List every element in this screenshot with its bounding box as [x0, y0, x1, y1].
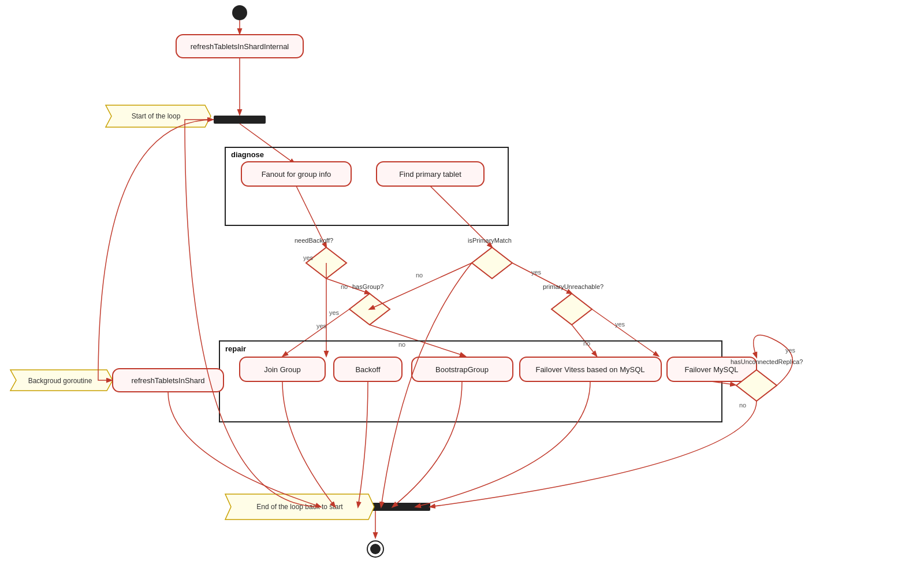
- arrow-hasgroup-yes: [283, 309, 349, 356]
- arrow-backoff-to-endbar: [358, 381, 368, 507]
- diagnose-label: diagnose: [231, 150, 264, 159]
- arrow-primaryunreachable-yes: [592, 309, 658, 356]
- edge-yes-hasunconnected: yes: [785, 347, 796, 354]
- join-group-label: Join Group: [264, 365, 301, 374]
- end-node-inner: [370, 544, 381, 554]
- arrow-joingroup-to-endbar: [282, 381, 335, 507]
- arrow-failovervitess-to-endbar: [416, 381, 590, 507]
- arrow-isprimary-no: [370, 263, 472, 309]
- edge-yes-primaryunreach: yes: [615, 321, 625, 328]
- diamond-isprimary: [472, 247, 512, 279]
- backoff-label: Backoff: [355, 365, 381, 374]
- arrow-loop-to-refresh-shard: [98, 120, 214, 380]
- loop-start-annotation-label: Start of the loop: [132, 112, 181, 120]
- bootstrap-label: BootstrapGroup: [435, 365, 489, 374]
- loop-start-bar: [214, 116, 266, 124]
- edge-yes-hasgroup: yes: [316, 322, 327, 329]
- bg-goroutine-label: Backgroud goroutine: [28, 377, 92, 385]
- failover-vitess-label: Failover Vitess based on MySQL: [535, 365, 644, 374]
- arrow-isprimary-no-to-endbar: [381, 263, 472, 507]
- start-node: [232, 5, 247, 20]
- arrow-hasunconnected-no-to-endbar: [430, 401, 757, 507]
- arrow-bootstrap-to-endbar: [393, 381, 462, 507]
- repair-label: repair: [225, 344, 246, 353]
- edge-yes-isprimary: yes: [531, 269, 542, 276]
- arrow-refreshshard-to-endbar: [168, 392, 321, 507]
- primaryunreachable-label: primaryUnreachable?: [543, 283, 603, 290]
- edge-no-label-1: no: [341, 283, 348, 290]
- isprimary-label: isPrimaryMatch: [468, 237, 512, 244]
- edge-no-hasunconnected: no: [739, 402, 746, 409]
- edge-yes-needbackoff-label: yes: [303, 254, 314, 261]
- hasgroup-label: hasGroup?: [352, 283, 383, 290]
- find-primary-label: Find primary tablet: [399, 170, 461, 179]
- refresh-shard-label: refreshTabletsInShard: [131, 376, 204, 385]
- needbackoff-label: needBackoff?: [295, 237, 333, 244]
- edge-yes-needbackoff: yes: [329, 309, 340, 316]
- edge-no-isprimary: no: [416, 272, 423, 279]
- diamond-primaryunreachable: [552, 294, 592, 325]
- fanout-label: Fanout for group info: [262, 170, 331, 179]
- refresh-func-label: refreshTabletsInShardInternal: [191, 42, 289, 51]
- diagram-container: refreshTabletsInShardInternal Start of t…: [0, 0, 924, 575]
- failover-mysql-label: Failover MySQL: [684, 365, 738, 374]
- edge-no-hasgroup: no: [398, 341, 405, 348]
